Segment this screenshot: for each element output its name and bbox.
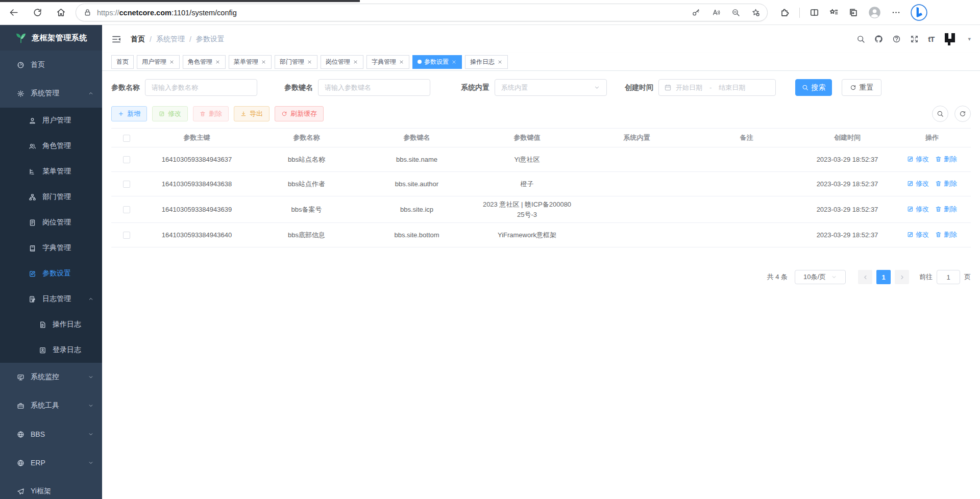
breadcrumb-current: 参数设置 [196,35,225,44]
tab-home[interactable]: 首页 [111,55,134,69]
param-name-input[interactable]: 请输入参数名称 [145,79,257,96]
sidebar-item-role-management[interactable]: 角色管理 [0,133,102,159]
sidebar-item-system-tools[interactable]: 系统工具 [0,391,102,420]
font-size-icon[interactable]: tT [928,35,934,43]
tab-dept-management[interactable]: 部门管理 [275,55,317,69]
row-checkbox-cell [111,202,142,218]
prev-page-button[interactable] [858,270,872,284]
page-number-button[interactable]: 1 [876,270,891,284]
favorite-add-icon[interactable] [751,8,760,17]
sidebar-item-yi-framework[interactable]: Yi框架 [0,477,102,499]
sidebar-item-label: 字典管理 [42,243,71,253]
builtin-select[interactable]: 系统内置 [495,79,607,96]
close-tab-icon[interactable] [451,59,457,65]
close-tab-icon[interactable] [307,59,312,65]
tab-menu-management[interactable]: 菜单管理 [229,55,272,69]
tab-post-management[interactable]: 岗位管理 [321,55,363,69]
browser-back-button[interactable] [6,5,21,20]
sidebar-item-menu-management[interactable]: 菜单管理 [0,159,102,184]
export-button[interactable]: 导出 [234,106,270,121]
row-edit-link[interactable]: 修改 [907,204,929,214]
row-edit-link[interactable]: 修改 [907,154,929,164]
reset-button[interactable]: 重置 [842,79,881,96]
row-checkbox[interactable] [123,156,130,163]
sidebar-item-system-monitor[interactable]: 系统监控 [0,363,102,391]
row-checkbox[interactable] [123,232,130,239]
sidebar-item-user-management[interactable]: 用户管理 [0,108,102,133]
sidebar-item-log-management[interactable]: 日志管理 [0,286,102,312]
paper-plane-icon [17,488,24,495]
github-icon[interactable] [874,35,883,43]
date-range-input[interactable]: 开始日期 - 结束日期 [658,79,776,96]
param-key-input[interactable]: 请输入参数键名 [318,79,430,96]
close-tab-icon[interactable] [261,59,266,65]
row-checkbox[interactable] [123,206,130,213]
breadcrumb-home[interactable]: 首页 [131,35,145,44]
select-all-checkbox[interactable] [123,135,130,142]
end-date-placeholder: 结束日期 [719,83,745,92]
sidebar-item-erp[interactable]: ERP [0,448,102,477]
goto-page-input[interactable]: 1 [937,270,960,284]
collections-icon[interactable] [848,8,858,17]
address-bar[interactable]: https://ccnetcore.com:1101/system/config [76,4,768,21]
tab-user-management[interactable]: 用户管理 [137,55,180,69]
tab-param-settings[interactable]: 参数设置 [412,55,462,69]
edit-button[interactable]: 修改 [152,106,188,121]
fullscreen-icon[interactable] [910,35,919,43]
favorites-bar-icon[interactable] [829,8,839,17]
row-edit-link[interactable]: 修改 [907,230,929,240]
sidebar-item-post-management[interactable]: 岗位管理 [0,210,102,235]
param-name-label: 参数名称 [111,83,140,92]
sidebar-item-system-management[interactable]: 系统管理 [0,79,102,108]
read-aloud-icon[interactable] [712,8,720,17]
trash-icon [935,156,942,162]
row-checkbox[interactable] [123,181,130,188]
row-delete-link[interactable]: 删除 [935,230,957,240]
sidebar-item-dept-management[interactable]: 部门管理 [0,184,102,210]
sidebar-item-label: 首页 [31,60,45,69]
app-logo[interactable]: 意框架管理系统 [0,25,102,51]
browser-profile-avatar[interactable] [868,6,881,19]
add-button[interactable]: 新增 [111,106,147,121]
sidebar-item-operation-log[interactable]: 操作日志 [0,312,102,337]
url-text[interactable]: https://ccnetcore.com:1101/system/config [97,9,687,17]
close-tab-icon[interactable] [353,59,358,65]
close-tab-icon[interactable] [399,59,404,65]
tab-role-management[interactable]: 角色管理 [183,55,226,69]
sidebar-item-dict-management[interactable]: 字典管理 [0,235,102,261]
sidebar-item-home[interactable]: 首页 [0,51,102,79]
password-key-icon[interactable] [692,8,700,17]
browser-more-icon[interactable] [891,8,901,17]
next-page-button[interactable] [895,270,909,284]
close-tab-icon[interactable] [169,59,175,65]
delete-button[interactable]: 删除 [193,106,229,121]
tab-dict-management[interactable]: 字典管理 [366,55,409,69]
avatar-caret-down-icon[interactable]: ▾ [968,36,971,42]
sidebar-item-login-log[interactable]: 登录日志 [0,337,102,363]
user-avatar[interactable] [943,32,959,47]
split-screen-icon[interactable] [810,8,819,17]
sidebar-item-bbs[interactable]: BBS [0,420,102,448]
row-delete-link[interactable]: 删除 [935,179,957,189]
sidebar-item-param-settings[interactable]: 参数设置 [0,261,102,286]
close-tab-icon[interactable] [497,59,503,65]
hamburger-icon[interactable] [111,34,121,44]
toggle-search-button[interactable] [932,106,948,122]
browser-home-button[interactable] [53,5,68,20]
zoom-out-icon[interactable] [731,8,740,17]
browser-refresh-button[interactable] [30,5,45,20]
search-icon[interactable] [856,35,865,43]
pagination-total: 共 4 条 [767,272,788,282]
close-tab-icon[interactable] [215,59,220,65]
row-delete-link[interactable]: 删除 [935,154,957,164]
search-button[interactable]: 搜索 [795,79,832,96]
page-size-select[interactable]: 10条/页 [795,270,846,284]
extensions-icon[interactable] [780,8,790,17]
row-edit-link[interactable]: 修改 [907,179,929,189]
tab-operation-log[interactable]: 操作日志 [465,55,508,69]
refresh-cache-button[interactable]: 刷新缓存 [275,106,324,121]
row-delete-link[interactable]: 删除 [935,204,957,214]
bing-chat-icon[interactable] [911,4,927,21]
refresh-table-button[interactable] [954,106,971,122]
help-icon[interactable] [892,35,901,43]
